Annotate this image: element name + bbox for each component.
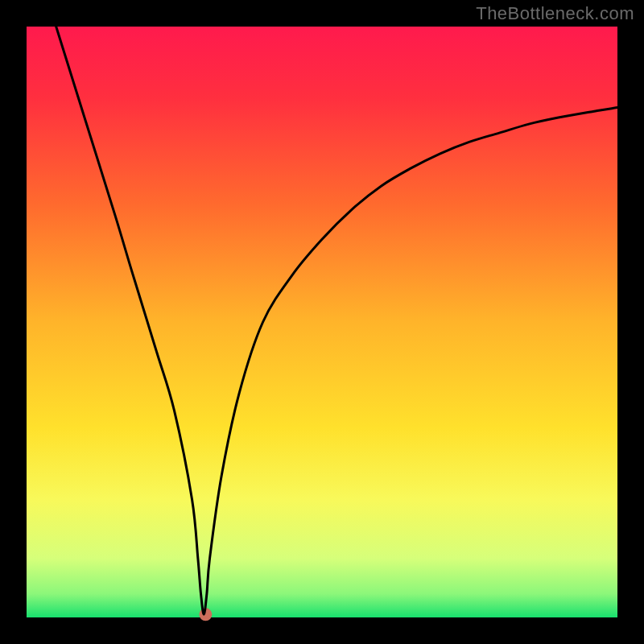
plot-background <box>27 27 617 617</box>
chart-stage: TheBottleneck.com <box>0 0 644 644</box>
chart-svg <box>0 0 644 644</box>
watermark-text: TheBottleneck.com <box>476 3 634 24</box>
